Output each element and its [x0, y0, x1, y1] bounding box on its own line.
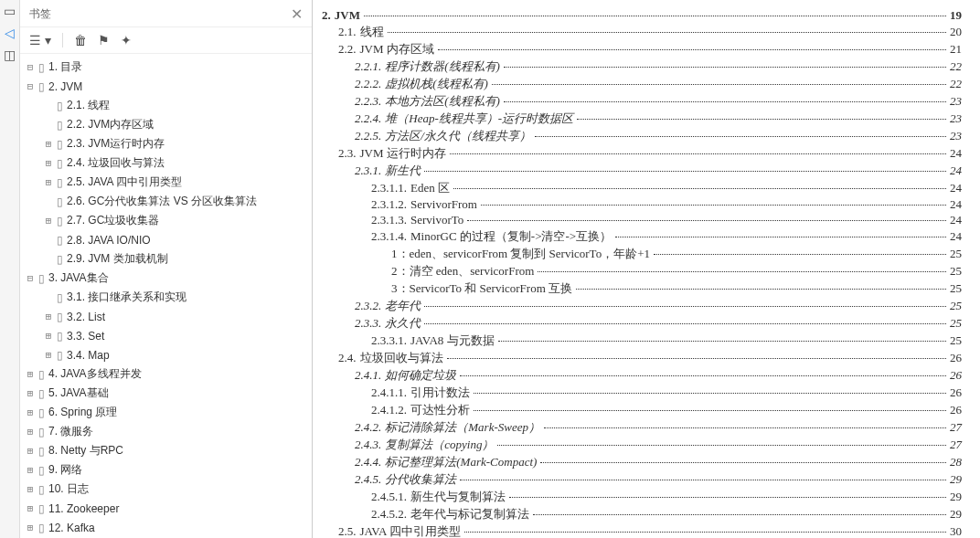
bookmark-item[interactable]: ⊞▯12. Kafka: [26, 518, 312, 537]
toc-entry[interactable]: 2.4.3.复制算法（copying）27: [322, 437, 962, 453]
toc-entry[interactable]: 2.3.1.4.MinorGC 的过程（复制->清空->互换）24: [322, 228, 962, 245]
toc-entry[interactable]: 2.3.JVM 运行时内存24: [322, 145, 962, 162]
bookmark-item[interactable]: ⊞▯2.7. GC垃圾收集器: [44, 211, 312, 230]
close-icon[interactable]: ✕: [291, 5, 303, 23]
bookmark-item[interactable]: ⊟▯3. JAVA集合: [26, 269, 312, 288]
toc-entry[interactable]: 2.5.JAVA 四中引用类型30: [322, 523, 962, 538]
toc-title: JAVA 四中引用类型: [360, 523, 461, 538]
expand-icon[interactable]: ⊞: [26, 483, 35, 495]
bookmark-label: 6. Spring 原理: [48, 405, 117, 420]
expand-icon[interactable]: ⊞: [44, 330, 53, 342]
bookmark-label: 1. 目录: [48, 59, 82, 75]
toc-entry[interactable]: 2.4.1.1.引用计数法26: [322, 385, 962, 401]
add-bookmark-icon[interactable]: ⚑: [98, 33, 110, 47]
toc-entry[interactable]: 2.3.1.新生代24: [322, 163, 962, 179]
expand-icon[interactable]: ⊞: [26, 426, 35, 438]
expand-icon[interactable]: ⊞: [26, 368, 35, 380]
toc-entry[interactable]: 2.4.1.如何确定垃圾26: [322, 367, 962, 384]
toc-entry[interactable]: 2.3.1.3.ServivorTo24: [322, 213, 962, 227]
expand-icon[interactable]: ⊞: [44, 349, 53, 361]
bookmark-item[interactable]: ⊞▯3.2. List: [44, 307, 312, 326]
toc-entry[interactable]: 2.4.5.分代收集算法29: [322, 471, 962, 488]
toc-page: 19: [950, 8, 962, 23]
toc-entry[interactable]: 2.3.2.老年代25: [322, 298, 962, 314]
toc-page: 25: [950, 299, 962, 313]
toc-entry[interactable]: 2.JVM19: [322, 8, 962, 23]
bookmark-item[interactable]: ⊞▯2.3. JVM运行时内存: [44, 134, 312, 153]
bookmark-item[interactable]: ·▯2.9. JVM 类加载机制: [44, 249, 312, 269]
bookmark-item[interactable]: ⊞▯9. 网络: [26, 460, 312, 480]
toc-entry[interactable]: 2.4.1.2.可达性分析26: [322, 402, 962, 418]
bookmark-icon[interactable]: ◁: [5, 26, 15, 40]
toc-entry[interactable]: 2.3.1.1.Eden 区24: [322, 180, 962, 196]
toc-entry[interactable]: 3：ServicorTo 和 ServicorFrom 互换25: [322, 280, 962, 297]
expand-icon[interactable]: ⊟: [26, 80, 35, 92]
bookmark-item[interactable]: ·▯2.8. JAVA IO/NIO: [44, 230, 312, 249]
attachments-icon[interactable]: ◫: [4, 47, 16, 62]
toc-title: MinorGC 的过程（复制->清空->互换）: [410, 228, 612, 245]
expand-icon[interactable]: ⊞: [26, 464, 35, 476]
bookmark-item[interactable]: ⊞▯4. JAVA多线程并发: [26, 364, 312, 384]
toc-number: 2.3.1.4.: [371, 229, 407, 244]
expand-icon[interactable]: ⊞: [26, 445, 35, 457]
toc-entry[interactable]: 2.2.1.程序计数器(线程私有)22: [322, 58, 962, 75]
expand-icon[interactable]: ⊞: [26, 502, 35, 514]
bookmark-item[interactable]: ·▯3.1. 接口继承关系和实现: [44, 288, 312, 307]
expand-icon[interactable]: ⊟: [26, 61, 35, 73]
bookmark-item[interactable]: ⊞▯3.4. Map: [44, 345, 312, 364]
star-icon[interactable]: ✦: [121, 33, 132, 47]
toc-entry[interactable]: 2.3.3.永久代25: [322, 315, 962, 332]
toc-number: 2.3.3.: [355, 316, 381, 331]
bookmark-icon: ▯: [57, 157, 63, 170]
bookmark-item[interactable]: ⊞▯3.3. Set: [44, 326, 312, 345]
toc-entry[interactable]: 2.3.3.1.JAVA8 与元数据25: [322, 332, 962, 349]
expand-icon[interactable]: ⊞: [44, 215, 53, 227]
bookmark-item[interactable]: ⊟▯1. 目录: [26, 58, 312, 77]
expand-icon[interactable]: ⊞: [26, 406, 35, 418]
bookmark-item[interactable]: ⊞▯2.4. 垃圾回收与算法: [44, 153, 312, 173]
bookmark-item[interactable]: ·▯2.2. JVM内存区域: [44, 115, 312, 134]
toc-entry[interactable]: 2.2.4.堆（Heap-线程共享）-运行时数据区23: [322, 111, 962, 127]
toc-page: 26: [950, 385, 962, 400]
bookmark-item[interactable]: ⊞▯7. 微服务: [26, 422, 312, 441]
toc-entry[interactable]: 2.2.5.方法区/永久代（线程共享）23: [322, 128, 962, 144]
bookmark-item[interactable]: ·▯2.6. GC分代收集算法 VS 分区收集算法: [44, 192, 312, 211]
bookmark-item[interactable]: ⊞▯2.5. JAVA 四中引用类型: [44, 173, 312, 192]
toc-entry[interactable]: 2.4.5.2.老年代与标记复制算法29: [322, 506, 962, 522]
bookmark-item[interactable]: ⊟▯2. JVM: [26, 77, 312, 96]
expand-icon[interactable]: ⊞: [26, 522, 35, 533]
toc-entry[interactable]: 2.4.2.标记清除算法（Mark-Sweep）27: [322, 419, 962, 436]
options-menu-button[interactable]: ☰ ▾: [29, 33, 51, 47]
bookmark-label: 7. 微服务: [48, 424, 93, 439]
bookmark-item[interactable]: ⊞▯8. Netty 与RPC: [26, 441, 312, 460]
toc-entry[interactable]: 2.2.2.虚拟机栈(线程私有)22: [322, 76, 962, 92]
toc-page: 23: [950, 111, 962, 126]
bookmark-item[interactable]: ⊞▯6. Spring 原理: [26, 403, 312, 422]
expand-icon[interactable]: ⊞: [44, 138, 53, 150]
expand-icon[interactable]: ⊟: [26, 272, 35, 284]
toc-entry[interactable]: 2.2.JVM 内存区域21: [322, 41, 962, 58]
bookmark-item[interactable]: ⊞▯11. Zookeeper: [26, 499, 312, 518]
bookmark-label: 2.8. JAVA IO/NIO: [67, 234, 151, 247]
toc-entry[interactable]: 2.4.垃圾回收与算法26: [322, 350, 962, 366]
pages-icon[interactable]: ▭: [4, 4, 16, 18]
expand-icon[interactable]: ⊞: [44, 157, 53, 169]
expand-icon[interactable]: ⊞: [26, 387, 35, 399]
bookmark-item[interactable]: ·▯2.1. 线程: [44, 96, 312, 115]
bookmarks-tree[interactable]: ⊟▯1. 目录⊟▯2. JVM·▯2.1. 线程·▯2.2. JVM内存区域⊞▯…: [20, 54, 312, 538]
expand-icon[interactable]: ⊞: [44, 311, 53, 322]
toc-entry[interactable]: 2.3.1.2.ServivorFrom24: [322, 197, 962, 212]
toc-entry[interactable]: 2.1.线程20: [322, 24, 962, 40]
toc-entry[interactable]: 2.2.3.本地方法区(线程私有)23: [322, 93, 962, 110]
document-content[interactable]: 2.JVM192.1.线程202.2.JVM 内存区域212.2.1.程序计数器…: [313, 0, 980, 538]
toc-entry[interactable]: 2.4.4.标记整理算法(Mark-Compact)28: [322, 454, 962, 470]
toc-entry[interactable]: 2.4.5.1.新生代与复制算法29: [322, 489, 962, 505]
toc-entry[interactable]: 2：清空 eden、servicorFrom25: [322, 263, 962, 280]
trash-icon[interactable]: 🗑: [74, 33, 87, 47]
bookmark-icon: ▯: [57, 119, 63, 132]
toc-leader: [438, 49, 946, 50]
expand-icon[interactable]: ⊞: [44, 176, 53, 188]
toc-entry[interactable]: 1：eden、servicorFrom 复制到 ServicorTo，年龄+12…: [322, 246, 962, 262]
bookmark-item[interactable]: ⊞▯5. JAVA基础: [26, 384, 312, 403]
bookmark-item[interactable]: ⊞▯10. 日志: [26, 480, 312, 499]
